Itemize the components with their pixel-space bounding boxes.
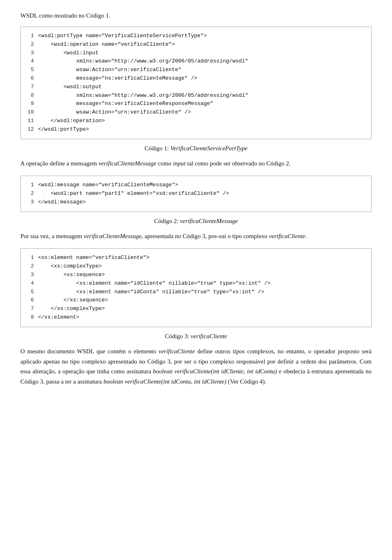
code-line: 6 message="ns:verificaClienteMessage" /> bbox=[27, 74, 365, 83]
code-line: 7 </xs:complexType> bbox=[27, 305, 365, 313]
line-number: 5 bbox=[27, 288, 38, 297]
line-number: 4 bbox=[27, 279, 38, 288]
em-verificaClienteMessage-2: verificaClienteMessage bbox=[84, 233, 142, 239]
line-number: 10 bbox=[27, 108, 38, 117]
line-number: 3 bbox=[27, 198, 38, 207]
em-input: input bbox=[173, 160, 186, 167]
line-code: xmlns:wsaw="http://www.w3.org/2006/05/ad… bbox=[38, 57, 248, 66]
code-line: 2 <wsdl:part name="part1" element="xsd:v… bbox=[27, 190, 365, 198]
em-verificaClienteMessage: verificaClienteMessage bbox=[98, 160, 156, 167]
line-number: 8 bbox=[27, 91, 38, 100]
em-part-5: boolean verificaCliente(int idConta, int… bbox=[103, 378, 226, 385]
line-number: 6 bbox=[27, 74, 38, 83]
code-line: 3 <wsdl:input bbox=[27, 49, 365, 58]
line-code: <xs:element name="verificaCliente"> bbox=[38, 254, 149, 262]
line-code: <wsdl:input bbox=[38, 49, 98, 58]
em-verificaCliente: verificaCliente bbox=[269, 233, 305, 239]
line-code: </xs:element> bbox=[38, 313, 79, 322]
code-line: 8 xmlns:wsaw="http://www.w3.org/2006/05/… bbox=[27, 91, 365, 100]
code-line: 9 message="ns:verificaClienteResponseMes… bbox=[27, 100, 365, 108]
line-code: <wsdl:output bbox=[38, 83, 102, 91]
line-number: 2 bbox=[27, 40, 38, 49]
em-part-3: boolean verificaCliente(int idCliente, i… bbox=[153, 368, 277, 375]
line-number: 9 bbox=[27, 100, 38, 108]
line-number: 5 bbox=[27, 66, 38, 74]
line-code: </xs:sequence> bbox=[38, 296, 108, 305]
caption-1: Código 1: VerificaClienteServicePortType bbox=[20, 145, 372, 152]
caption-italic: verificaClienteMessage bbox=[180, 218, 238, 224]
line-code: </xs:complexType> bbox=[38, 305, 105, 313]
code-line: 3</wsdl:message> bbox=[27, 198, 365, 207]
line-code: <xs:element name="idConta" nillable="tru… bbox=[38, 288, 264, 297]
caption-italic: VerificaClienteServicePortType bbox=[170, 145, 247, 152]
code-block-2: 1<wsdl:message name="verificaClienteMess… bbox=[20, 176, 372, 212]
code-line: 5 wsaw:Action="urn:verificaCliente" bbox=[27, 66, 365, 74]
line-number: 6 bbox=[27, 296, 38, 305]
line-code: <xs:complexType> bbox=[38, 262, 102, 271]
code-line: 8</xs:element> bbox=[27, 313, 365, 322]
line-number: 1 bbox=[27, 32, 38, 40]
line-code: <xs:sequence> bbox=[38, 271, 105, 279]
line-number: 2 bbox=[27, 190, 38, 198]
line-code: wsaw:Action="urn:verificaCliente" bbox=[38, 66, 181, 74]
line-code: <wsdl:message name="verificaClienteMessa… bbox=[38, 181, 178, 190]
intro-title: WSDL como mostrado no Código 1. bbox=[20, 12, 372, 19]
line-code: <wsdl:part name="part1" element="xsd:ver… bbox=[38, 190, 229, 198]
code-line: 11 </wsdl:operation> bbox=[27, 117, 365, 125]
line-number: 8 bbox=[27, 313, 38, 322]
line-number: 11 bbox=[27, 117, 38, 125]
line-number: 7 bbox=[27, 83, 38, 91]
code-line: 4 xmlns:wsaw="http://www.w3.org/2006/05/… bbox=[27, 57, 365, 66]
code-line: 12</wsdl:portType> bbox=[27, 125, 365, 134]
code-line: 6 </xs:sequence> bbox=[27, 296, 365, 305]
code-line: 3 <xs:sequence> bbox=[27, 271, 365, 279]
line-code: </wsdl:message> bbox=[38, 198, 86, 207]
caption-2: Código 2: verificaClienteMessage bbox=[20, 218, 372, 225]
caption-3: Código 3: verificaCliente bbox=[20, 333, 372, 340]
line-code: </wsdl:portType> bbox=[38, 125, 89, 134]
code-line: 5 <xs:element name="idConta" nillable="t… bbox=[27, 288, 365, 297]
paragraph-1: A operação define a mensagem verificaCli… bbox=[20, 158, 372, 169]
line-code: <wsdl:operation name="verificaCliente"> bbox=[38, 40, 175, 49]
line-number: 7 bbox=[27, 305, 38, 313]
line-number: 2 bbox=[27, 262, 38, 271]
code-block-1: 1<wsdl:portType name="VerificaClienteSer… bbox=[20, 27, 372, 139]
code-line: 1<wsdl:message name="verificaClienteMess… bbox=[27, 181, 365, 190]
line-code: <wsdl:portType name="VerificaClienteServ… bbox=[38, 32, 207, 40]
code-line: 7 <wsdl:output bbox=[27, 83, 365, 91]
line-code: </wsdl:operation> bbox=[38, 117, 105, 125]
code-line: 10 wsaw:Action="urn:verificaCliente" /> bbox=[27, 108, 365, 117]
line-number: 4 bbox=[27, 57, 38, 66]
line-code: message="ns:verificaClienteResponseMessa… bbox=[38, 100, 213, 108]
line-number: 3 bbox=[27, 49, 38, 58]
line-code: xmlns:wsaw="http://www.w3.org/2006/05/ad… bbox=[38, 91, 248, 100]
line-code: message="ns:verificaClienteMessage" /> bbox=[38, 74, 197, 83]
line-code: <xs:element name="idCliente" nillable="t… bbox=[38, 279, 271, 288]
paragraph-3: O mesmo documento WSDL que contém o elem… bbox=[20, 346, 372, 387]
code-line: 4 <xs:element name="idCliente" nillable=… bbox=[27, 279, 365, 288]
code-line: 1<wsdl:portType name="VerificaClienteSer… bbox=[27, 32, 365, 40]
em-part-1: verificaCliente bbox=[158, 348, 195, 355]
code-line: 2 <xs:complexType> bbox=[27, 262, 365, 271]
paragraph-2: Por sua vez, a mensagem verificaClienteM… bbox=[20, 231, 372, 241]
code-line: 2 <wsdl:operation name="verificaCliente"… bbox=[27, 40, 365, 49]
line-number: 1 bbox=[27, 181, 38, 190]
code-block-3: 1<xs:element name="verificaCliente">2 <x… bbox=[20, 248, 372, 327]
line-number: 12 bbox=[27, 125, 38, 134]
line-code: wsaw:Action="urn:verificaCliente" /> bbox=[38, 108, 191, 117]
caption-italic: verificaCliente bbox=[191, 333, 227, 339]
line-number: 1 bbox=[27, 254, 38, 262]
line-number: 3 bbox=[27, 271, 38, 279]
code-line: 1<xs:element name="verificaCliente"> bbox=[27, 254, 365, 262]
